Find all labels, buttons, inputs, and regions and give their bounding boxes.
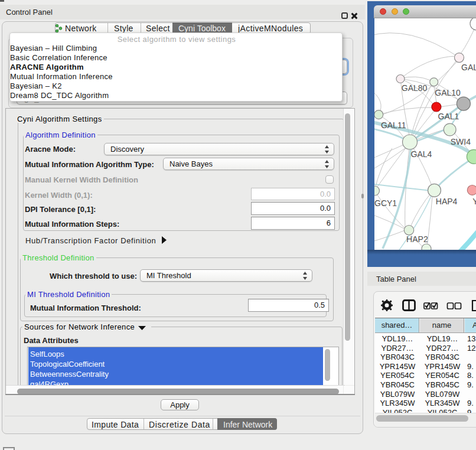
svg-text:GAL4: GAL4 <box>411 149 432 159</box>
svg-text:SWI4: SWI4 <box>451 137 471 146</box>
svg-text:GAL10: GAL10 <box>435 88 461 97</box>
svg-text:HAP2: HAP2 <box>406 234 428 244</box>
svg-text:GAL2: GAL2 <box>461 63 476 72</box>
svg-text:HAP4: HAP4 <box>436 197 458 206</box>
svg-text:GCY1: GCY1 <box>374 198 397 208</box>
svg-text:YJL: YJL <box>472 197 476 206</box>
svg-text:GAL1: GAL1 <box>438 112 459 121</box>
svg-text:GAL11: GAL11 <box>381 120 406 130</box>
svg-text:GAL80: GAL80 <box>402 83 428 93</box>
